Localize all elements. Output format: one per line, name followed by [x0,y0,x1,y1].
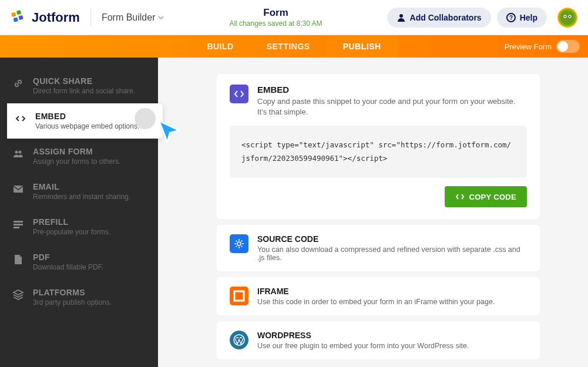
sidebar-item-pdf[interactable]: PDFDownload fillable PDF. [0,244,158,280]
gear-icon [230,234,248,253]
help-button[interactable]: ? Help [497,8,547,28]
sidebar-title: PDF [33,252,146,262]
option-title: IFRAME [257,287,495,296]
code-icon [14,113,27,130]
body: QUICK SHAREDirect form link and social s… [0,58,588,367]
sidebar-desc: Direct form link and social share. [33,87,146,95]
layers-icon [12,289,25,307]
code-snippet[interactable]: <script type="text/javascript" src="http… [230,126,527,178]
sidebar-title: ASSIGN FORM [33,147,146,156]
sidebar-item-platforms[interactable]: PLATFORMS3rd party publish options. [0,280,158,315]
svg-rect-17 [14,227,19,228]
list-icon [12,218,25,236]
sidebar-title: PREFILL [33,217,146,227]
code-icon [455,192,465,201]
builder-label[interactable]: Form Builder [102,12,156,23]
wordpress-icon [230,331,248,349]
copy-code-button[interactable]: COPY CODE [445,186,527,207]
svg-point-13 [19,151,22,154]
form-title[interactable]: Form [263,7,288,19]
svg-point-12 [15,151,18,154]
sidebar-item-embed[interactable]: EMBEDVarious webpage embed options. [7,103,163,139]
tab-bar: BUILD SETTINGS PUBLISH Preview Form [0,35,588,58]
option-desc: You can also download a compressed and r… [257,245,527,262]
embed-panel: EMBED Copy and paste this snippet to you… [217,74,540,219]
option-desc: Use this code in order to embed your for… [257,298,495,306]
app-header: Jotform Form Builder Form All changes sa… [0,0,588,35]
frame-icon [230,287,248,305]
svg-point-4 [399,14,403,18]
preview-label: Preview Form [505,42,552,51]
sidebar-item-quick-share[interactable]: QUICK SHAREDirect form link and social s… [0,68,158,103]
svg-point-7 [560,11,574,25]
help-icon: ? [506,13,516,22]
sidebar-title: EMAIL [33,182,146,191]
code-icon [230,85,248,103]
svg-rect-15 [14,221,23,223]
sidebar-title: EMBED [35,112,151,121]
sidebar: QUICK SHAREDirect form link and social s… [0,58,158,367]
chevron-down-icon[interactable] [157,14,164,21]
avatar-icon [560,10,575,25]
option-wordpress[interactable]: WORDPRESS Use our free plugin to embed y… [217,321,540,359]
svg-point-11 [569,16,570,17]
header-center: Form All changes saved at 8:30 AM [164,7,387,28]
add-collab-label: Add Collaborators [410,13,482,22]
embed-desc: Copy and paste this snippet to your code… [257,96,527,117]
sidebar-desc: Pre-populate your forms. [33,228,146,236]
svg-text:?: ? [509,15,513,21]
tab-publish[interactable]: PUBLISH [327,35,398,58]
copy-btn-label: COPY CODE [469,193,516,201]
svg-rect-16 [14,224,23,225]
save-status: All changes saved at 8:30 AM [229,19,322,28]
svg-rect-19 [234,291,244,301]
add-collaborators-button[interactable]: Add Collaborators [387,8,491,28]
svg-rect-3 [18,15,23,19]
preview-toggle[interactable] [556,40,580,53]
svg-rect-2 [14,17,18,22]
svg-rect-1 [16,10,21,15]
tab-settings[interactable]: SETTINGS [250,35,327,58]
option-source-code[interactable]: SOURCE CODE You can also download a comp… [217,225,540,271]
main-content: EMBED Copy and paste this snippet to you… [158,58,588,367]
option-title: SOURCE CODE [257,234,527,244]
option-desc: Use our free plugin to embed your form i… [257,342,469,350]
sidebar-title: QUICK SHARE [33,76,146,86]
sidebar-desc: Download fillable PDF. [33,263,146,271]
embed-title: EMBED [257,85,527,95]
person-icon [397,13,406,22]
svg-rect-14 [14,186,23,193]
svg-point-10 [565,16,566,17]
option-iframe[interactable]: IFRAME Use this code in order to embed y… [217,277,540,315]
option-title: WORDPRESS [257,331,469,340]
envelope-icon [12,183,25,201]
logo-text: Jotform [32,10,80,25]
sidebar-desc: 3rd party publish options. [33,298,146,307]
svg-point-18 [237,242,241,245]
people-icon [12,148,25,166]
sidebar-item-assign-form[interactable]: ASSIGN FORMAssign your forms to others. [0,139,158,174]
click-indicator [135,108,156,129]
divider [90,9,91,26]
sidebar-desc: Assign your forms to others. [33,157,146,166]
tab-build[interactable]: BUILD [190,35,250,58]
sidebar-item-email[interactable]: EMAILReminders and instant sharing. [0,174,158,209]
avatar[interactable] [557,8,577,28]
svg-rect-0 [11,12,16,16]
sidebar-desc: Various webpage embed options. [35,122,151,130]
help-label: Help [520,13,537,22]
link-icon [12,78,25,95]
sidebar-title: PLATFORMS [33,288,146,297]
header-actions: Add Collaborators ? Help [387,8,577,28]
logo[interactable]: Jotform [11,9,80,26]
sidebar-item-prefill[interactable]: PREFILLPre-populate your forms. [0,209,158,244]
pdf-icon [12,254,25,271]
sidebar-desc: Reminders and instant sharing. [33,193,146,201]
logo-icon [11,9,27,26]
